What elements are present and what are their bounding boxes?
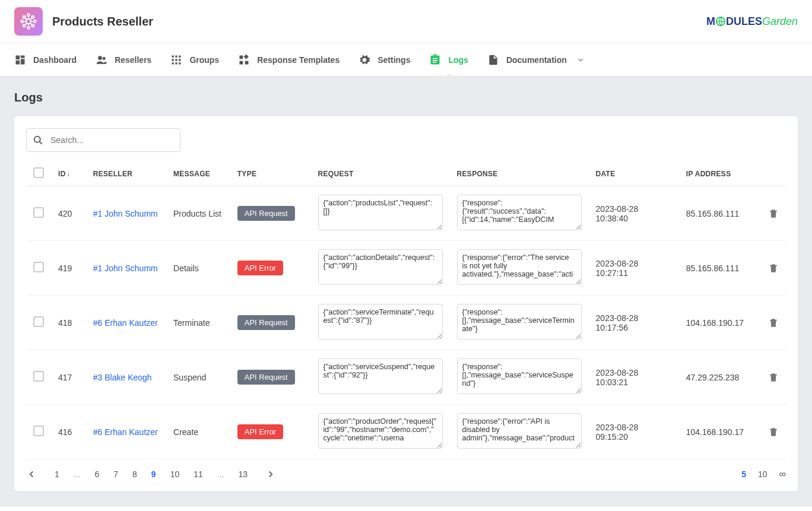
- svg-rect-31: [176, 62, 177, 64]
- tab-documentation[interactable]: Documentation: [487, 43, 585, 77]
- row-checkbox[interactable]: [33, 371, 44, 382]
- row-checkbox[interactable]: [33, 262, 44, 272]
- cell-id: 419: [51, 241, 86, 296]
- nav-tabs: Dashboard Resellers Groups Response Temp…: [0, 43, 812, 77]
- page-size-option[interactable]: ∞: [779, 469, 786, 480]
- tab-settings[interactable]: Settings: [359, 43, 410, 77]
- cell-message: Suspend: [166, 350, 230, 405]
- gear-icon: [359, 54, 370, 66]
- delete-button[interactable]: [768, 372, 779, 383]
- tab-groups[interactable]: Groups: [170, 43, 219, 77]
- col-header-id[interactable]: ID↓: [51, 161, 86, 186]
- cell-message: Products List: [166, 186, 230, 241]
- request-textarea[interactable]: {"action":"serviceSuspend","request":{"i…: [318, 358, 443, 394]
- svg-point-8: [31, 24, 34, 27]
- tab-label: Resellers: [115, 55, 151, 65]
- delete-button[interactable]: [768, 427, 779, 437]
- type-badge: API Request: [237, 370, 295, 385]
- page-number[interactable]: 7: [113, 469, 118, 479]
- tab-logs[interactable]: Logs: [429, 43, 468, 77]
- response-textarea[interactable]: {"response":{"result":"success","data":[…: [457, 195, 582, 230]
- pagination: 1...67891011...13 510∞: [26, 459, 786, 480]
- type-badge: API Request: [237, 206, 295, 221]
- cell-date: 2023-08-28 10:03:21: [589, 350, 679, 405]
- reseller-link[interactable]: #3 Blake Keogh: [93, 373, 152, 382]
- tab-label: Settings: [378, 55, 410, 65]
- col-header-request[interactable]: REQUEST: [311, 161, 450, 186]
- table-row: 418#6 Erhan KautzerTerminateAPI Request{…: [26, 296, 786, 350]
- col-header-reseller[interactable]: RESELLER: [86, 161, 166, 186]
- reseller-link[interactable]: #1 John Schumm: [93, 264, 158, 273]
- col-header-type[interactable]: TYPE: [230, 161, 311, 186]
- response-textarea[interactable]: {"response":{"error":"The service is not…: [457, 249, 582, 285]
- page-size-option[interactable]: 5: [741, 469, 746, 479]
- search-icon: [32, 134, 44, 146]
- page-number[interactable]: 9: [151, 469, 156, 479]
- logs-card: ID↓ RESELLER MESSAGE TYPE REQUEST RESPON…: [14, 116, 798, 491]
- tab-label: Response Templates: [257, 55, 340, 65]
- page-number[interactable]: 11: [194, 469, 203, 479]
- reseller-link[interactable]: #6 Erhan Kautzer: [93, 318, 158, 328]
- page-number[interactable]: 6: [94, 469, 99, 479]
- cell-date: 2023-08-28 10:27:11: [589, 241, 679, 296]
- svg-point-7: [23, 24, 26, 27]
- col-header-message[interactable]: MESSAGE: [166, 161, 230, 186]
- tab-resellers[interactable]: Resellers: [96, 43, 151, 77]
- page-number[interactable]: 10: [170, 469, 180, 479]
- page-ellipsis: ...: [217, 469, 224, 479]
- svg-rect-33: [240, 55, 243, 59]
- table-row: 417#3 Blake KeoghSuspendAPI Request{"act…: [26, 350, 786, 405]
- tab-label: Groups: [189, 55, 219, 65]
- tab-label: Documentation: [506, 55, 567, 65]
- response-textarea[interactable]: {"response":[],"message_base":"serviceSu…: [457, 358, 582, 394]
- response-textarea[interactable]: {"response":[],"message_base":"serviceTe…: [457, 304, 582, 339]
- tab-response-templates[interactable]: Response Templates: [238, 43, 340, 77]
- cell-ip: 47.29.225.238: [679, 350, 761, 405]
- search-input[interactable]: [26, 128, 180, 152]
- reseller-link[interactable]: #1 John Schumm: [93, 209, 158, 218]
- response-textarea[interactable]: {"response":{"error":"API is disabled by…: [457, 413, 582, 449]
- table-row: 420#1 John SchummProducts ListAPI Reques…: [26, 186, 786, 241]
- tab-label: Dashboard: [33, 55, 77, 65]
- assignment-icon: [429, 54, 441, 66]
- dashboard-icon: [14, 54, 26, 66]
- reseller-link[interactable]: #6 Erhan Kautzer: [93, 427, 158, 437]
- page-number[interactable]: 1: [55, 469, 59, 479]
- people-icon: [96, 54, 107, 66]
- col-header-response[interactable]: RESPONSE: [450, 161, 589, 186]
- cell-ip: 85.165.86.111: [679, 186, 761, 241]
- row-checkbox[interactable]: [33, 207, 44, 218]
- page-next[interactable]: [265, 469, 276, 480]
- brand: Products Reseller: [14, 7, 153, 36]
- page-size-option[interactable]: 10: [758, 469, 767, 479]
- col-header-date[interactable]: DATE: [589, 161, 679, 186]
- select-all-checkbox[interactable]: [33, 167, 44, 178]
- row-checkbox[interactable]: [33, 426, 44, 436]
- type-badge: API Error: [237, 424, 283, 439]
- cell-date: 2023-08-28 10:38:40: [589, 186, 679, 241]
- description-icon: [487, 54, 499, 66]
- cell-date: 2023-08-28 10:17:56: [589, 296, 679, 350]
- page-number[interactable]: 13: [238, 469, 248, 479]
- page-prev[interactable]: [26, 469, 37, 480]
- page-number[interactable]: 8: [132, 469, 137, 479]
- tab-dashboard[interactable]: Dashboard: [14, 43, 77, 77]
- row-checkbox[interactable]: [33, 316, 44, 327]
- svg-rect-27: [172, 59, 174, 61]
- request-textarea[interactable]: {"action":"serviceTerminate","request":{…: [318, 304, 443, 339]
- cell-ip: 104.168.190.17: [679, 405, 761, 459]
- logs-table: ID↓ RESELLER MESSAGE TYPE REQUEST RESPON…: [26, 161, 786, 459]
- top-header: Products Reseller MDULESGarden: [0, 0, 812, 43]
- delete-button[interactable]: [768, 263, 779, 274]
- delete-button[interactable]: [768, 208, 779, 219]
- svg-rect-24: [172, 55, 174, 57]
- pagination-sizes: 510∞: [741, 469, 786, 480]
- request-textarea[interactable]: {"action":"actionDetails","request":{"id…: [318, 249, 443, 285]
- request-textarea[interactable]: {"action":"productsList","request":[]}: [318, 195, 443, 230]
- brand-title: Products Reseller: [52, 15, 153, 28]
- col-header-ip[interactable]: IP ADDRESS: [679, 161, 761, 186]
- svg-rect-26: [179, 55, 181, 57]
- request-textarea[interactable]: {"action":"productOrder","request{"id":"…: [318, 413, 443, 449]
- delete-button[interactable]: [768, 318, 779, 328]
- page-title: Logs: [14, 91, 798, 104]
